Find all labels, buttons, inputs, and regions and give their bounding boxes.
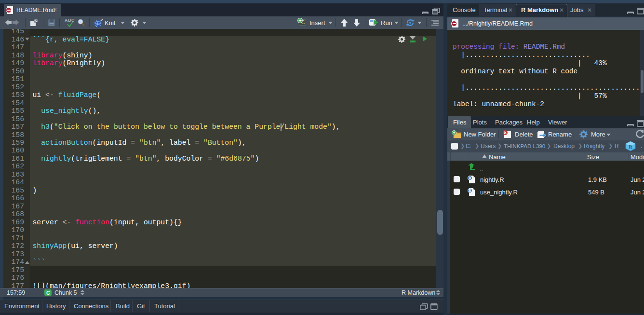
svg-text:R: R [469,189,471,193]
svg-text:R: R [469,176,471,180]
svg-text:R: R [629,144,632,150]
